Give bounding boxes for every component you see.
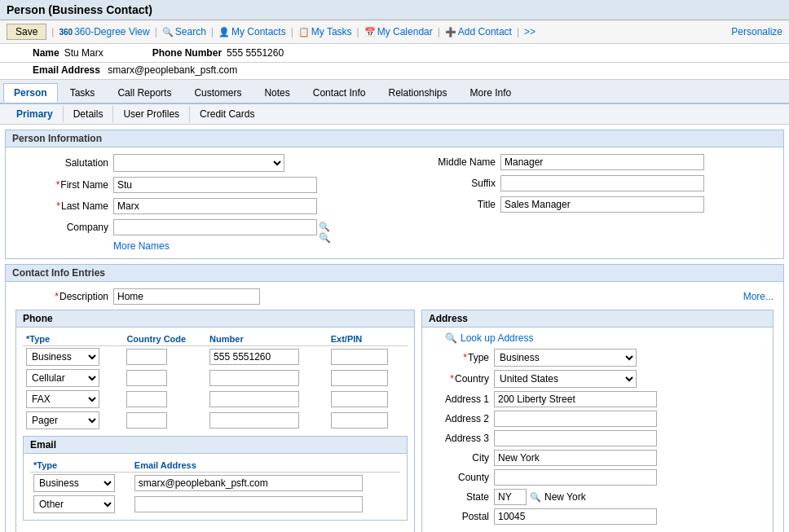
- address-country-select[interactable]: United States Canada United Kingdom: [494, 370, 637, 388]
- description-input[interactable]: [113, 288, 260, 305]
- search-link[interactable]: Search: [162, 26, 206, 37]
- phone-ext-1[interactable]: [331, 349, 388, 365]
- tab-tasks[interactable]: Tasks: [60, 83, 106, 103]
- page-title: Person (Business Contact): [0, 0, 789, 20]
- phone-row-2: Cellular Business FAX Pager: [23, 367, 408, 389]
- name-label: Name: [33, 47, 60, 59]
- tab-notes[interactable]: Notes: [253, 83, 300, 103]
- person-info-body: Salutation Mr. Ms. Mrs. Dr. First Name: [6, 147, 783, 258]
- email-panel-body: *Type Email Address Business: [24, 454, 407, 520]
- phone-cc-2[interactable]: [126, 370, 167, 386]
- email-address-1[interactable]: [134, 475, 363, 491]
- middle-name-row: Middle Name: [403, 154, 774, 170]
- add-contact-link[interactable]: Add Contact: [445, 26, 512, 37]
- view-360-link[interactable]: 360 360-Degree View: [59, 26, 149, 37]
- phone-panel-title: Phone: [16, 310, 414, 328]
- salutation-select[interactable]: Mr. Ms. Mrs. Dr.: [113, 154, 284, 172]
- middle-name-label: Middle Name: [403, 156, 500, 168]
- subtab-credit-cards[interactable]: Credit Cards: [190, 106, 264, 122]
- county-label: County: [429, 472, 494, 483]
- phone-type-1[interactable]: Business Cellular FAX Pager: [26, 348, 99, 366]
- description-row: Description More...: [15, 288, 774, 305]
- address-type-label: Type: [429, 352, 494, 363]
- state-input[interactable]: [494, 489, 527, 505]
- suffix-input[interactable]: [500, 175, 704, 191]
- my-contacts-link[interactable]: My Contacts: [218, 26, 286, 37]
- email-type-1[interactable]: Business Other: [33, 474, 115, 492]
- set-display-link[interactable]: Set Display: [429, 528, 766, 532]
- header-email-row: Email Address smarx@peoplebank_psft.com: [0, 63, 789, 80]
- tab-call-reports[interactable]: Call Reports: [107, 83, 182, 103]
- email-type-2[interactable]: Other Business: [33, 495, 115, 513]
- tab-more-info[interactable]: More Info: [460, 83, 522, 103]
- phone-type-3[interactable]: FAX Business Cellular Pager: [26, 390, 99, 408]
- middle-name-input[interactable]: [500, 154, 704, 170]
- city-input[interactable]: [494, 450, 657, 466]
- first-name-input[interactable]: [113, 177, 317, 193]
- suffix-row: Suffix: [403, 175, 774, 191]
- separator-2: |: [153, 26, 159, 37]
- personalize-link[interactable]: Personalize: [731, 26, 782, 37]
- address-panel-title: Address: [422, 310, 773, 328]
- email-address-2[interactable]: [134, 496, 363, 512]
- phone-cc-1[interactable]: [126, 349, 167, 365]
- phone-number-1[interactable]: [209, 349, 299, 365]
- tab-relationships[interactable]: Relationships: [378, 83, 458, 103]
- county-row: County: [429, 469, 766, 486]
- my-calendar-link[interactable]: My Calendar: [364, 26, 433, 37]
- title-input[interactable]: [500, 196, 704, 213]
- phone-type-4[interactable]: Pager Business Cellular FAX: [26, 411, 99, 429]
- contact-info-section: Contact Info Entries Description More...…: [5, 264, 784, 532]
- address-panel: Address 🔍 Look up Address Type Business …: [421, 310, 774, 532]
- phone-table: *Type Country Code Number Ext/PIN Busine: [23, 332, 408, 431]
- address1-row: Address 1: [429, 391, 766, 407]
- company-search-icon[interactable]: 🔍: [319, 221, 332, 234]
- email-row-2: Other Business: [30, 494, 400, 515]
- state-search-icon[interactable]: 🔍: [530, 492, 541, 503]
- tab-customers[interactable]: Customers: [183, 83, 252, 103]
- address3-input[interactable]: [494, 430, 657, 446]
- company-input[interactable]: [113, 219, 317, 235]
- first-name-row: First Name: [15, 177, 386, 193]
- more-link[interactable]: More...: [743, 291, 774, 302]
- subtab-details[interactable]: Details: [64, 106, 114, 122]
- more-names-link[interactable]: More Names: [113, 240, 386, 252]
- ext-header: Ext/PIN: [328, 332, 408, 346]
- address2-label: Address 2: [429, 413, 494, 424]
- person-info-section: Person Information Salutation Mr. Ms. Mr…: [5, 130, 784, 259]
- person-info-grid: Salutation Mr. Ms. Mrs. Dr. First Name: [15, 154, 774, 252]
- my-tasks-link[interactable]: My Tasks: [298, 26, 352, 37]
- person-info-right: Middle Name Suffix Title: [403, 154, 774, 252]
- phone-type-2[interactable]: Cellular Business FAX Pager: [26, 369, 99, 387]
- phone-ext-2[interactable]: [331, 370, 388, 386]
- title-row: Title: [403, 196, 774, 213]
- phone-cc-4[interactable]: [126, 412, 167, 429]
- phone-cc-3[interactable]: [126, 391, 167, 407]
- address-type-select[interactable]: Business Home Other: [494, 349, 637, 367]
- last-name-input[interactable]: [113, 198, 317, 214]
- lookup-address-link[interactable]: 🔍 Look up Address: [445, 332, 766, 344]
- postal-input[interactable]: [494, 508, 657, 525]
- phone-panel-body: *Type Country Code Number Ext/PIN Busine: [16, 328, 414, 525]
- address2-input[interactable]: [494, 411, 657, 427]
- subtab-user-profiles[interactable]: User Profiles: [113, 106, 190, 122]
- phone-number-3[interactable]: [209, 391, 299, 407]
- more-link[interactable]: >>: [524, 26, 536, 37]
- address3-row: Address 3: [429, 430, 766, 446]
- subtab-primary[interactable]: Primary: [7, 106, 64, 122]
- tab-person[interactable]: Person: [3, 83, 58, 103]
- description-input-group: Description: [15, 288, 260, 305]
- phone-number-4[interactable]: [209, 412, 299, 429]
- separator-5: |: [355, 26, 361, 37]
- address1-input[interactable]: [494, 391, 657, 407]
- county-input[interactable]: [494, 469, 657, 486]
- phone-row-4: Pager Business Cellular FAX: [23, 410, 408, 431]
- tab-contact-info[interactable]: Contact Info: [302, 83, 377, 103]
- number-header: Number: [206, 332, 328, 346]
- phone-number-2[interactable]: [209, 370, 299, 386]
- phone-ext-3[interactable]: [331, 391, 388, 407]
- save-button[interactable]: Save: [7, 24, 46, 40]
- postal-row: Postal: [429, 508, 766, 525]
- contact-info-body: Description More... Phone *Type Country …: [6, 282, 783, 532]
- phone-ext-4[interactable]: [331, 412, 388, 429]
